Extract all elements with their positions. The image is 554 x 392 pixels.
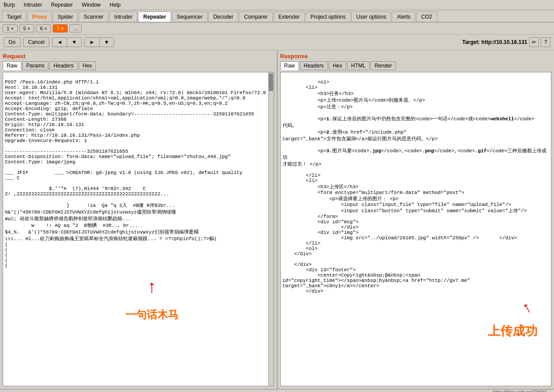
menu-help[interactable]: Help <box>108 1 123 9</box>
request-text-wrapper: POST /Pass-16/index.php HTTP/1.1 Host: 1… <box>3 72 274 386</box>
target-label: Target: http://10.10.16.131 <box>462 39 528 45</box>
response-tabs: Raw Headers Hex HTML Render <box>280 61 552 70</box>
tab-comparer[interactable]: Comparer <box>239 12 272 22</box>
fwd-button[interactable]: ► <box>85 38 100 47</box>
target-edit-button[interactable]: ✏ <box>529 37 539 47</box>
tab-repeater[interactable]: Repeater <box>138 12 171 22</box>
tab-spider[interactable]: Spider <box>53 12 78 22</box>
menu-intruder[interactable]: Intruder <box>22 1 44 9</box>
request-tab-raw[interactable]: Raw <box>3 61 21 70</box>
request-tab-hex[interactable]: Hex <box>79 61 96 70</box>
request-scrollbar-thumb <box>269 73 273 91</box>
go-button[interactable]: Go <box>4 37 20 47</box>
menu-burp[interactable]: Burp <box>2 1 16 9</box>
tab-scanner[interactable]: Scanner <box>79 12 108 22</box>
response-tab-raw[interactable]: Raw <box>280 61 299 70</box>
response-title: Response <box>280 53 552 59</box>
request-annotation-label: 一句话木马 <box>125 308 179 322</box>
fwd-dropdown[interactable]: ▼ <box>100 38 114 47</box>
tab-user-options[interactable]: User options <box>351 12 391 22</box>
response-text-area[interactable]: <ol> <li> <h3>任务</h3> <p>上传<code>图片马</co… <box>280 72 552 386</box>
tab-project-options[interactable]: Project options <box>306 12 351 22</box>
response-arrow: ↑ <box>518 298 536 318</box>
target-info-button[interactable]: ? <box>541 37 550 47</box>
response-tab-render[interactable]: Render <box>371 61 396 70</box>
tab-intruder[interactable]: Intruder <box>109 12 137 22</box>
main-content: Request Raw Params Headers Hex POST /Pas… <box>0 50 554 389</box>
cancel-button[interactable]: Cancel <box>23 37 49 47</box>
request-tab-headers[interactable]: Headers <box>49 61 77 70</box>
tab-decoder[interactable]: Decoder <box>208 12 238 22</box>
request-tab-params[interactable]: Params <box>22 61 48 70</box>
menu-bar: Burp Intruder Repeater Window Help <box>0 0 554 10</box>
response-tab-html[interactable]: HTML <box>347 61 370 70</box>
subtab-5[interactable]: 5 × <box>20 24 35 32</box>
tab-extender[interactable]: Extender <box>274 12 305 22</box>
toolbar: Go Cancel ◄ ▼ ► ▼ Target: http://10.10.1… <box>0 35 554 50</box>
response-panel: Response Raw Headers Hex HTML Render <ol… <box>278 50 554 389</box>
back-button[interactable]: ◄ <box>52 38 67 47</box>
request-content: POST /Pass-16/index.php HTTP/1.1 Host: 1… <box>5 79 266 269</box>
request-panel: Request Raw Params Headers Hex POST /Pas… <box>0 50 278 389</box>
response-content: <ol> <li> <h3>任务</h3> <p>上传<code>图片马</co… <box>283 79 546 294</box>
fwd-group: ► ▼ <box>84 37 114 47</box>
bottom-url: https://blog.csdn.net/ZHPIG... <box>493 390 551 392</box>
subtab-bar: 1 × 5 × 6 × 7 × ... <box>0 23 554 35</box>
tab-target[interactable]: Target <box>2 12 26 22</box>
back-dropdown[interactable]: ▼ <box>67 38 81 47</box>
subtab-7[interactable]: 7 × <box>53 24 68 32</box>
request-title: Request <box>3 53 274 59</box>
bottom-bar: https://blog.csdn.net/ZHPIG... <box>0 389 554 392</box>
request-scrollbar[interactable] <box>268 72 274 386</box>
response-text-wrapper: <ol> <li> <h3>任务</h3> <p>上传<code>图片马</co… <box>280 72 552 386</box>
tab-sequencer[interactable]: Sequencer <box>172 12 207 22</box>
request-tabs: Raw Params Headers Hex <box>3 61 274 70</box>
main-tab-bar: Target Proxy Spider Scanner Intruder Rep… <box>0 10 554 23</box>
back-forward-group: ◄ ▼ <box>52 37 82 47</box>
tab-alerts[interactable]: Alerts <box>392 12 415 22</box>
response-tab-headers[interactable]: Headers <box>300 61 328 70</box>
menu-window[interactable]: Window <box>80 1 103 9</box>
subtab-1[interactable]: 1 × <box>3 24 18 32</box>
response-annotation-label: 上传成功 <box>488 323 538 340</box>
tab-proxy[interactable]: Proxy <box>27 12 52 22</box>
subtab-more[interactable]: ... <box>69 24 81 32</box>
request-arrow-up: ↑ <box>125 279 179 297</box>
menu-repeater[interactable]: Repeater <box>49 1 75 9</box>
response-tab-hex[interactable]: Hex <box>329 61 346 70</box>
subtab-6[interactable]: 6 × <box>36 24 51 32</box>
request-text-area[interactable]: POST /Pass-16/index.php HTTP/1.1 Host: 1… <box>3 72 274 386</box>
tab-co2[interactable]: CO2 <box>416 12 437 22</box>
